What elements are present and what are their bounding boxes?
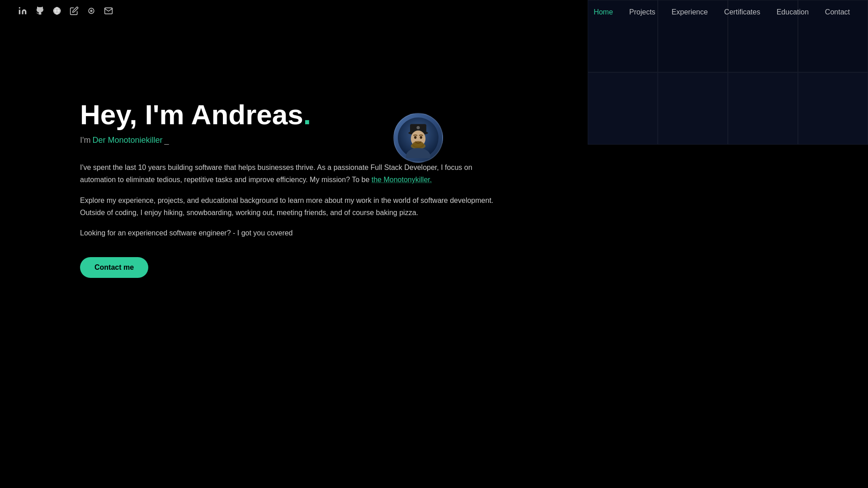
svg-point-14: [414, 136, 416, 139]
svg-point-13: [412, 141, 424, 148]
nav-link-home[interactable]: Home: [594, 8, 613, 16]
hero-username: Der Monotoniekiller: [92, 136, 162, 145]
media-icon[interactable]: [87, 6, 96, 18]
svg-point-5: [89, 8, 94, 14]
nav-item-education[interactable]: Education: [777, 8, 809, 16]
linkedin-icon[interactable]: [18, 6, 27, 18]
avatar-container: [393, 113, 443, 163]
nav-link-contact[interactable]: Contact: [825, 8, 850, 16]
navbar: Home Projects Experience Certificates Ed…: [0, 0, 868, 24]
mail-icon[interactable]: [104, 6, 113, 18]
bg-panel-lower-3: [728, 72, 798, 145]
svg-point-10: [416, 126, 420, 129]
hero-description: I've spent the last 10 years building so…: [80, 161, 509, 239]
hero-paragraph-1: I've spent the last 10 years building so…: [80, 161, 509, 186]
hero-title-text: Hey, I'm Andreas: [80, 99, 303, 130]
nav-item-contact[interactable]: Contact: [825, 8, 850, 16]
hero-title: Hey, I'm Andreas.: [80, 99, 542, 130]
nav-item-home[interactable]: Home: [594, 8, 613, 16]
nav-item-projects[interactable]: Projects: [629, 8, 656, 16]
hero-title-dot: .: [303, 99, 311, 130]
main-content: Hey, I'm Andreas. I'm Der Monotoniekille…: [0, 0, 542, 278]
svg-point-15: [420, 136, 422, 139]
nav-link-certificates[interactable]: Certificates: [724, 8, 760, 16]
nav-item-certificates[interactable]: Certificates: [724, 8, 760, 16]
hero-subtitle-prefix: I'm: [80, 136, 90, 145]
nav-links: Home Projects Experience Certificates Ed…: [594, 8, 850, 16]
nav-link-education[interactable]: Education: [777, 8, 809, 16]
github-icon[interactable]: [35, 6, 44, 18]
nav-item-experience[interactable]: Experience: [672, 8, 708, 16]
hero-paragraph-2: Explore my experience, projects, and edu…: [80, 194, 509, 219]
hero-subtitle: I'm Der Monotoniekiller _: [80, 136, 542, 145]
bg-panel-lower-4: [798, 72, 868, 145]
bg-panels-lower: [588, 72, 868, 145]
nav-link-experience[interactable]: Experience: [672, 8, 708, 16]
avatar: [393, 113, 443, 163]
svg-point-4: [90, 10, 92, 11]
web-icon[interactable]: [52, 6, 61, 18]
bg-panel-lower-2: [658, 72, 728, 145]
svg-point-0: [19, 7, 20, 9]
edit-icon[interactable]: [70, 6, 79, 18]
bg-panel-lower-1: [588, 72, 658, 145]
social-icons: [18, 6, 113, 18]
hero-paragraph-3: Looking for an experienced software engi…: [80, 227, 509, 239]
nav-link-projects[interactable]: Projects: [629, 8, 656, 16]
monotonykiller-link[interactable]: the Monotonykiller.: [372, 176, 432, 183]
contact-me-button[interactable]: Contact me: [80, 257, 148, 278]
hero-cursor: _: [165, 136, 169, 145]
